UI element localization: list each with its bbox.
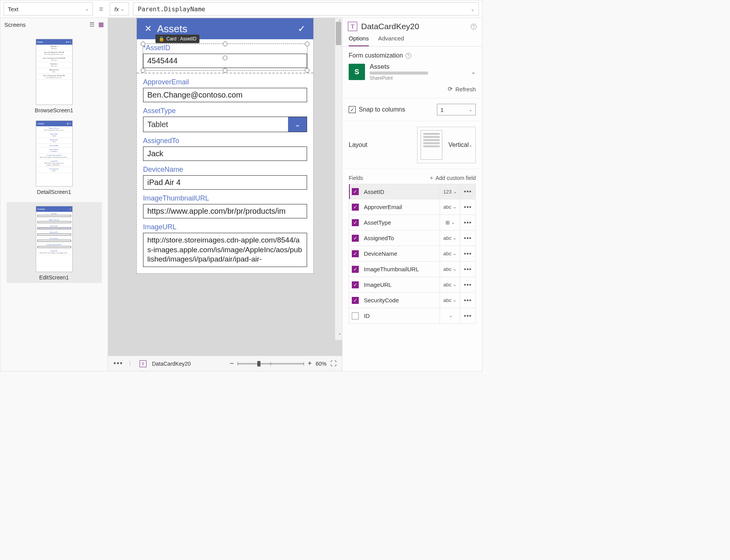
more-icon[interactable]: ••• xyxy=(114,359,123,368)
datasource-row[interactable]: S Assets SharePoint ⌄ xyxy=(349,63,476,81)
list-view-icon[interactable]: ☰ xyxy=(89,21,94,28)
field-checkbox[interactable]: ✓ xyxy=(349,297,362,304)
field-more-icon[interactable]: ••• xyxy=(460,184,475,199)
field-type-selector[interactable]: abc⌄ xyxy=(440,199,460,215)
refresh-icon[interactable]: ⟳ xyxy=(448,85,453,92)
plus-icon: ＋ xyxy=(429,174,434,181)
card-assignedto[interactable]: AssignedTo xyxy=(143,137,307,161)
field-row-securitycode[interactable]: ✓SecurityCodeabc⌄••• xyxy=(349,293,476,308)
fields-label: Fields xyxy=(349,175,363,181)
snap-columns-select[interactable]: 1 ⌄ xyxy=(437,104,476,115)
field-name: ApproverEmail xyxy=(362,204,440,210)
fit-to-screen-icon[interactable]: ⛶ xyxy=(330,360,337,367)
card-approveremail[interactable]: ApproverEmail xyxy=(143,78,307,102)
card-thumburl[interactable]: ImageThumbnailURL xyxy=(143,194,307,218)
scroll-down-icon[interactable]: ˅ xyxy=(339,333,341,338)
label-imageurl: ImageURL xyxy=(143,223,307,231)
field-type-selector[interactable]: 123⌄ xyxy=(440,184,460,199)
chevron-down-icon: ⌄ xyxy=(453,251,456,256)
input-imageurl[interactable]: http://store.storeimages.cdn-apple.com/8… xyxy=(143,233,307,267)
field-row-assettype[interactable]: ✓AssetType⊞⌄••• xyxy=(349,215,476,230)
screen-thumb-edit[interactable]: ✕ Assets✓ AssetID ApproverEmail AssetTyp… xyxy=(7,202,102,283)
card-imageurl[interactable]: ImageURL http://store.storeimages.cdn-ap… xyxy=(143,223,307,267)
field-row-assignedto[interactable]: ✓AssignedToabc⌄••• xyxy=(349,230,476,246)
input-approveremail[interactable] xyxy=(143,88,307,102)
field-more-icon[interactable]: ••• xyxy=(460,262,475,277)
field-checkbox[interactable]: ✓ xyxy=(349,281,362,288)
breadcrumb-current[interactable]: DataCardKey20 xyxy=(152,361,191,367)
grid-view-icon[interactable]: ▦ xyxy=(98,21,104,28)
field-type-selector[interactable]: abc⌄ xyxy=(440,293,460,308)
fx-button[interactable]: fx ⌄ xyxy=(110,2,129,16)
screen-thumb-browse[interactable]: Assets⚙ ⟳ + iPad Air 2Mocana Asus Zen Bo… xyxy=(7,39,102,113)
field-checkbox[interactable]: ✓ xyxy=(349,266,362,273)
field-more-icon[interactable]: ••• xyxy=(460,246,475,261)
field-checkbox[interactable]: ✓ xyxy=(349,250,362,257)
card-devicename[interactable]: DeviceName xyxy=(143,166,307,190)
field-checkbox[interactable]: ✓ xyxy=(349,219,362,226)
card-assettype[interactable]: AssetType Tablet ⌄ xyxy=(143,107,307,132)
field-row-approveremail[interactable]: ✓ApproverEmailabc⌄••• xyxy=(349,199,476,215)
field-more-icon[interactable]: ••• xyxy=(460,230,475,246)
chevron-down-icon: ⌄ xyxy=(451,220,455,225)
selected-control-name: DataCardKey20 xyxy=(361,22,419,31)
card-assetid[interactable]: *AssetID xyxy=(143,44,307,71)
zoom-slider[interactable] xyxy=(238,363,304,365)
layout-select[interactable]: Vertical ⌄ xyxy=(449,141,472,148)
help-icon[interactable]: ? xyxy=(405,53,411,59)
field-checkbox[interactable]: ✓ xyxy=(349,235,362,242)
lock-icon: 🔒 xyxy=(159,36,164,42)
select-assettype[interactable]: Tablet ⌄ xyxy=(143,117,307,132)
field-type-label: abc xyxy=(444,204,452,210)
field-more-icon[interactable]: ••• xyxy=(460,293,475,308)
datasource-type: SharePoint xyxy=(370,75,428,81)
field-type-label: abc xyxy=(444,282,452,288)
field-row-imagethumbnailurl[interactable]: ✓ImageThumbnailURLabc⌄••• xyxy=(349,262,476,277)
label-approveremail: ApproverEmail xyxy=(143,78,307,86)
input-assignedto[interactable] xyxy=(143,147,307,161)
field-more-icon[interactable]: ••• xyxy=(460,199,475,215)
field-more-icon[interactable]: ••• xyxy=(460,215,475,230)
input-devicename[interactable] xyxy=(143,175,307,190)
app-title: Assets xyxy=(157,23,187,35)
chevron-down-icon: ⌄ xyxy=(121,7,124,12)
canvas: 🔒 Card : AssetID ✕ Assets ✓ xyxy=(108,18,342,371)
field-type-selector[interactable]: ⌄ xyxy=(440,308,460,323)
chevron-down-icon: ⌄ xyxy=(469,143,472,148)
field-checkbox[interactable]: ✓ xyxy=(349,312,362,319)
snap-checkbox[interactable]: ✓ xyxy=(349,106,356,113)
zoom-out-button[interactable]: − xyxy=(230,359,234,368)
field-type-selector[interactable]: abc⌄ xyxy=(440,277,460,292)
field-row-imageurl[interactable]: ✓ImageURLabc⌄••• xyxy=(349,277,476,293)
screens-panel: Screens ☰ ▦ Assets⚙ ⟳ + iPad Air 2Mocana… xyxy=(0,18,108,371)
field-row-assetid[interactable]: ✓AssetID123⌄••• xyxy=(349,184,476,199)
field-checkbox[interactable]: ✓ xyxy=(349,204,362,211)
field-type-selector[interactable]: abc⌄ xyxy=(440,262,460,277)
cancel-icon[interactable]: ✕ xyxy=(145,24,152,34)
chevron-down-icon[interactable]: ⌄ xyxy=(471,69,476,75)
field-type-selector[interactable]: abc⌄ xyxy=(440,246,460,261)
zoom-in-button[interactable]: + xyxy=(307,359,312,368)
field-type-selector[interactable]: abc⌄ xyxy=(440,230,460,246)
field-row-id[interactable]: ✓ID⌄••• xyxy=(349,308,476,324)
scroll-thumb[interactable] xyxy=(336,22,341,45)
field-checkbox[interactable]: ✓ xyxy=(349,188,362,195)
formula-input[interactable]: Parent.DisplayName ⌄ xyxy=(133,2,479,16)
chevron-down-icon[interactable]: ⌄ xyxy=(288,117,307,132)
field-more-icon[interactable]: ••• xyxy=(460,308,475,323)
accept-icon[interactable]: ✓ xyxy=(298,23,306,34)
add-custom-field-button[interactable]: ＋ Add custom field xyxy=(429,174,476,181)
refresh-button[interactable]: Refresh xyxy=(455,86,476,92)
screen-thumb-detail[interactable]: ‹ Assets🗑 ✎ ApproverEmailBen.Change@cont… xyxy=(7,120,102,195)
field-more-icon[interactable]: ••• xyxy=(460,277,475,292)
canvas-scrollbar[interactable]: ˄ ˅ xyxy=(335,18,342,340)
property-selector[interactable]: Text ⌄ xyxy=(3,2,93,16)
tab-options[interactable]: Options xyxy=(349,33,369,46)
tab-advanced[interactable]: Advanced xyxy=(378,33,404,46)
select-value: Tablet xyxy=(143,117,288,132)
input-thumburl[interactable] xyxy=(143,204,307,218)
field-row-devicename[interactable]: ✓DeviceNameabc⌄••• xyxy=(349,246,476,262)
field-type-selector[interactable]: ⊞⌄ xyxy=(440,215,460,230)
help-icon[interactable]: ? xyxy=(471,24,477,30)
layout-label: Layout xyxy=(349,141,367,148)
